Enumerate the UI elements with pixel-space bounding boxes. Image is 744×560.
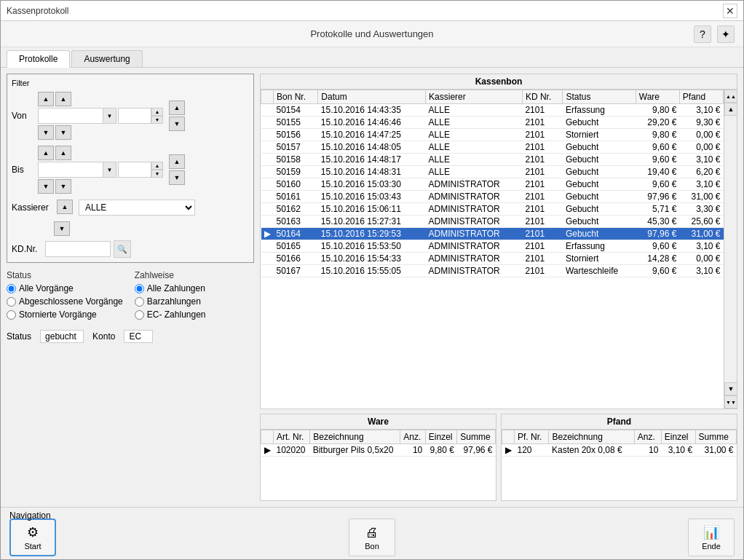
ende-button[interactable]: 📊 Ende <box>688 518 735 556</box>
kassenbon-row[interactable]: 50159 15.10.2016 14:48:31 ALLE 2101 Gebu… <box>261 166 724 178</box>
von-nav-first[interactable]: ▲ <box>169 100 185 115</box>
von-date-next-btn[interactable]: ▼ <box>38 125 54 140</box>
status-alle-radio[interactable] <box>7 284 16 293</box>
tabs-bar: Protokolle Auswertung <box>1 47 743 68</box>
pfand-cell: 25,60 € <box>679 216 723 228</box>
kassenbon-scroll-down[interactable]: ▼ <box>724 382 737 395</box>
bis-time-prev-btn[interactable]: ▲ <box>55 146 71 160</box>
kassierer-cell: ADMINISTRATOR <box>426 216 523 228</box>
status-storniert[interactable]: Stornierte Vorgänge <box>7 309 123 320</box>
kassierer-prev-btn[interactable]: ▲ <box>57 200 73 214</box>
von-nav-last[interactable]: ▼ <box>169 117 185 131</box>
bis-time-input[interactable]: 15:55 <box>118 162 151 178</box>
col-kassierer: Kassierer <box>426 90 523 104</box>
pfand-scroll[interactable]: Pf. Nr. Bezeichnung Anz. Einzel Summe ▶ … <box>502 430 737 500</box>
datum-cell: 15.10.2016 14:48:05 <box>318 141 426 154</box>
art-nr-cell: 102020 <box>274 444 310 457</box>
von-time-prev-btn[interactable]: ▲ <box>55 92 71 106</box>
kassenbon-row[interactable]: 50160 15.10.2016 15:03:30 ADMINISTRATOR … <box>261 178 724 191</box>
bis-date-dropdown[interactable]: ▼ <box>103 162 116 178</box>
ware-col-art-nr: Art. Nr. <box>274 430 310 444</box>
bis-nav-last[interactable]: ▼ <box>169 170 185 185</box>
ware-cell: 45,30 € <box>636 216 679 228</box>
kassenbon-row[interactable]: 50165 15.10.2016 15:53:50 ADMINISTRATOR … <box>261 240 724 253</box>
zahlweise-bar-radio[interactable] <box>135 297 144 307</box>
kassenbon-row[interactable]: 50155 15.10.2016 14:46:46 ALLE 2101 Gebu… <box>261 117 724 129</box>
ware-row[interactable]: ▶ 102020 Bitburger Pils 0,5x20 10 9,80 €… <box>261 444 496 457</box>
kassenbon-row[interactable]: 50166 15.10.2016 15:54:33 ADMINISTRATOR … <box>261 253 724 265</box>
kassierer-label: Kassierer <box>12 202 54 213</box>
status-abgeschlossen[interactable]: Abgeschlossene Vorgänge <box>7 296 123 307</box>
kassenbon-row[interactable]: 50162 15.10.2016 15:06:11 ADMINISTRATOR … <box>261 203 724 216</box>
datum-cell: 15.10.2016 15:06:11 <box>318 203 426 216</box>
bis-time-up[interactable]: ▲ <box>151 162 163 170</box>
von-date-dropdown[interactable]: ▼ <box>103 108 116 124</box>
bon-nr-cell: 50167 <box>274 265 318 277</box>
kassenbon-scroll-bottom[interactable]: ▼▼ <box>724 395 737 409</box>
col-bon-nr: Bon Nr. <box>274 90 318 104</box>
help-button[interactable]: ? <box>694 25 711 43</box>
bis-date-wrapper: 15.10.2016 ▼ <box>38 162 116 178</box>
von-inputs: 15.10.2016 ▼ 09:02 ▲ ▼ <box>38 108 163 124</box>
ware-scroll[interactable]: Art. Nr. Bezeichnung Anz. Einzel Summe ▶… <box>261 430 496 500</box>
tab-protokolle[interactable]: Protokolle <box>7 50 70 68</box>
kassenbon-row[interactable]: ▶ 50164 15.10.2016 15:29:53 ADMINISTRATO… <box>261 228 724 240</box>
col-pfand: Pfand <box>679 90 723 104</box>
kd-search-button[interactable]: 🔍 <box>114 240 131 258</box>
datum-cell: 15.10.2016 15:03:43 <box>318 191 426 203</box>
kassierer-cell: ALLE <box>426 104 523 117</box>
kassierer-next-btn[interactable]: ▼ <box>54 221 70 236</box>
zahlweise-alle[interactable]: Alle Zahlungen <box>135 283 206 293</box>
bis-time-next-btn[interactable]: ▼ <box>55 179 71 194</box>
status-konto-status-value: gebucht <box>40 330 84 343</box>
bis-date-input[interactable]: 15.10.2016 <box>38 162 103 178</box>
kassenbon-title: Kassenbon <box>261 74 737 90</box>
bis-time-down[interactable]: ▼ <box>151 170 163 178</box>
kassenbon-row[interactable]: 50154 15.10.2016 14:43:35 ALLE 2101 Erfa… <box>261 104 724 117</box>
von-time-down[interactable]: ▼ <box>151 116 163 124</box>
status-alle[interactable]: Alle Vorgänge <box>7 283 123 293</box>
settings-button[interactable]: ✦ <box>717 25 735 43</box>
bis-date-next-btn[interactable]: ▼ <box>38 179 54 194</box>
zahlweise-ec-radio[interactable] <box>135 310 144 320</box>
kassenbon-row[interactable]: 50167 15.10.2016 15:55:05 ADMINISTRATOR … <box>261 265 724 277</box>
kassierer-cell: ALLE <box>426 129 523 141</box>
row-indicator <box>261 166 274 178</box>
pfand-section: Pfand Pf. Nr. Bezeichnung Anz. Einzel <box>501 414 737 501</box>
zahlweise-ec-label: EC- Zahlungen <box>147 309 206 320</box>
zahlweise-bar[interactable]: Barzahlungen <box>135 296 206 307</box>
title-bar: Kassenprotokoll ✕ <box>1 1 743 21</box>
status-storniert-radio[interactable] <box>7 310 16 320</box>
von-time-input[interactable]: 09:02 <box>118 108 151 124</box>
bis-date-prev-btn[interactable]: ▲ <box>38 146 54 160</box>
kassenbon-scroll-top[interactable]: ▲▲ <box>724 90 737 103</box>
kassierer-select[interactable]: ALLE ADMINISTRATOR <box>79 200 195 216</box>
bon-button[interactable]: 🖨 Bon <box>349 518 395 556</box>
tab-auswertung[interactable]: Auswertung <box>71 50 142 67</box>
von-date-prev-btn[interactable]: ▲ <box>38 92 54 106</box>
zahlweise-ec[interactable]: EC- Zahlungen <box>135 309 206 320</box>
zahlweise-alle-radio[interactable] <box>135 284 144 293</box>
pfand-row[interactable]: ▶ 120 Kasten 20x 0,08 € 10 3,10 € 31,00 … <box>502 444 737 457</box>
status-abgeschlossen-radio[interactable] <box>7 297 16 307</box>
close-button[interactable]: ✕ <box>723 4 737 18</box>
von-time-next-btn[interactable]: ▼ <box>55 125 71 140</box>
row-indicator <box>261 154 274 166</box>
kassenbon-row[interactable]: 50157 15.10.2016 14:48:05 ALLE 2101 Gebu… <box>261 141 724 154</box>
start-button[interactable]: ⚙ Start <box>9 518 56 556</box>
von-time-up[interactable]: ▲ <box>151 108 163 116</box>
ware-cell: 9,80 € <box>636 104 679 117</box>
kd-nr-input[interactable] <box>45 241 111 257</box>
kassenbon-scroll[interactable]: Bon Nr. Datum Kassierer KD Nr. Status Wa… <box>261 90 724 409</box>
bis-nav-first[interactable]: ▲ <box>169 154 185 169</box>
kassenbon-row[interactable]: 50163 15.10.2016 15:27:31 ADMINISTRATOR … <box>261 216 724 228</box>
kassenbon-scroll-up[interactable]: ▲ <box>724 103 737 116</box>
kassenbon-row[interactable]: 50161 15.10.2016 15:03:43 ADMINISTRATOR … <box>261 191 724 203</box>
kassenbon-row[interactable]: 50158 15.10.2016 14:48:17 ALLE 2101 Gebu… <box>261 154 724 166</box>
pfand-col-anz: Anz. <box>634 430 661 444</box>
bis-nav: ▲ ▲ 15.10.2016 ▼ 15:55 ▲ <box>38 146 163 194</box>
bis-side-nav: ▲ ▼ <box>169 154 185 185</box>
von-date-input[interactable]: 15.10.2016 <box>38 108 103 124</box>
ware-table: Art. Nr. Bezeichnung Anz. Einzel Summe ▶… <box>261 430 496 457</box>
kassenbon-row[interactable]: 50156 15.10.2016 14:47:25 ALLE 2101 Stor… <box>261 129 724 141</box>
